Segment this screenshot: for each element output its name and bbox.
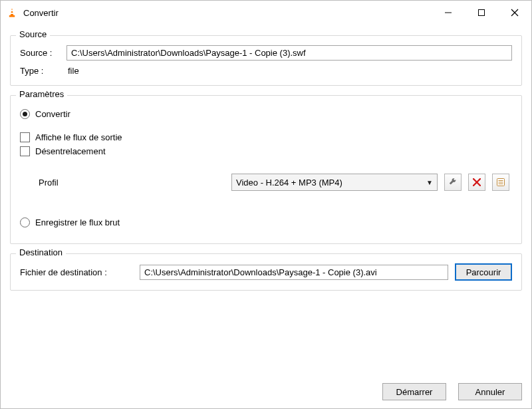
svg-line-8	[473, 179, 480, 186]
window-controls	[432, 1, 531, 25]
source-path-field[interactable]	[66, 45, 512, 61]
svg-rect-10	[497, 179, 505, 186]
destination-path-field[interactable]	[140, 265, 448, 280]
source-legend: Source	[16, 29, 50, 39]
svg-line-6	[511, 9, 518, 16]
radio-dot-icon	[20, 109, 30, 119]
start-button-label: Démarrer	[396, 387, 433, 397]
window-title: Convertir	[23, 8, 59, 18]
cancel-button-label: Annuler	[475, 387, 505, 397]
destination-label: Fichier de destination :	[20, 267, 133, 277]
parameters-legend: Paramètres	[16, 89, 67, 99]
titlebar: Convertir	[1, 1, 531, 25]
profile-row: Profil Video - H.264 + MP3 (MP4) ▼	[39, 174, 512, 191]
close-button[interactable]	[498, 1, 531, 25]
svg-rect-2	[11, 13, 14, 14]
convert-radio-label: Convertir	[35, 109, 70, 119]
browse-button-label: Parcourir	[466, 267, 501, 277]
radio-dot-icon	[20, 217, 30, 227]
chevron-down-icon: ▼	[426, 179, 433, 186]
start-button[interactable]: Démarrer	[382, 383, 446, 400]
profile-edit-button[interactable]	[444, 174, 462, 191]
new-profile-icon	[496, 178, 505, 187]
maximize-button[interactable]	[465, 1, 498, 25]
profile-delete-button[interactable]	[468, 174, 485, 191]
dialog-footer: Démarrer Annuler	[382, 383, 522, 400]
show-output-checkbox-label: Affiche le flux de sortie	[35, 132, 122, 142]
source-type-value: file	[66, 66, 79, 76]
raw-dump-radio[interactable]: Enregistrer le flux brut	[20, 217, 512, 227]
profile-select[interactable]: Video - H.264 + MP3 (MP4) ▼	[231, 174, 438, 191]
checkbox-box-icon	[20, 146, 30, 156]
source-group: Source Source : Type : file	[10, 35, 522, 86]
convert-radio[interactable]: Convertir	[20, 109, 512, 119]
deinterlace-checkbox[interactable]: Désentrelacement	[20, 146, 512, 156]
profile-new-button[interactable]	[492, 174, 509, 191]
minimize-button[interactable]	[432, 1, 465, 25]
source-path-label: Source :	[20, 48, 66, 58]
destination-legend: Destination	[16, 247, 66, 257]
svg-line-7	[511, 9, 518, 16]
source-type-label: Type :	[20, 66, 66, 76]
svg-marker-0	[11, 8, 14, 16]
profile-label: Profil	[39, 178, 225, 188]
wrench-icon	[448, 178, 458, 187]
parameters-group: Paramètres Convertir Affiche le flux de …	[10, 95, 522, 244]
vlc-cone-icon	[6, 7, 18, 19]
svg-line-9	[473, 179, 480, 186]
show-output-checkbox[interactable]: Affiche le flux de sortie	[20, 132, 512, 142]
checkbox-box-icon	[20, 132, 30, 142]
delete-x-icon	[473, 178, 481, 186]
raw-dump-radio-label: Enregistrer le flux brut	[35, 217, 120, 227]
destination-group: Destination Fichier de destination : Par…	[10, 253, 522, 291]
browse-button[interactable]: Parcourir	[455, 263, 512, 281]
cancel-button[interactable]: Annuler	[458, 383, 522, 400]
svg-rect-3	[9, 15, 15, 17]
svg-rect-1	[11, 10, 13, 11]
profile-select-value: Video - H.264 + MP3 (MP4)	[236, 178, 342, 188]
svg-rect-5	[479, 10, 485, 16]
deinterlace-checkbox-label: Désentrelacement	[35, 146, 106, 156]
